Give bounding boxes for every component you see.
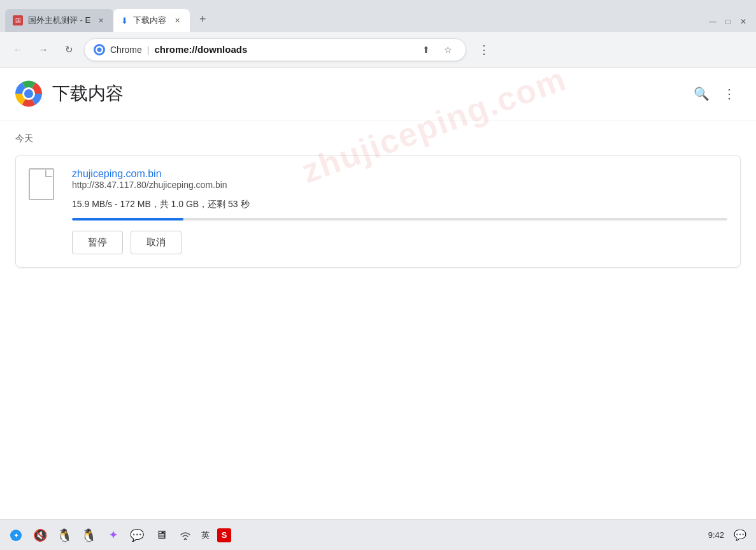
bookmark-button[interactable]: ☆ <box>439 41 457 59</box>
figma-icon[interactable]: ✦ <box>104 527 121 544</box>
download-item: zhujiceping.com.bin http://38.47.117.80/… <box>15 155 741 268</box>
downloads-content: 今天 zhujiceping.com.bin http://38.47.117.… <box>0 120 756 280</box>
page-header: 下载内容 🔍 ⋮ <box>0 68 756 120</box>
forward-button[interactable]: → <box>33 40 53 60</box>
section-today-label: 今天 <box>15 133 741 145</box>
bluetooth-icon[interactable]: ✦ <box>8 527 24 544</box>
new-tab-button[interactable]: + <box>192 9 213 29</box>
main-content: 下载内容 🔍 ⋮ zhujiceping.com 今天 zhujiceping.… <box>0 68 756 519</box>
site-favicon: 国 <box>13 15 23 25</box>
monitor-icon[interactable]: 🖥 <box>153 527 169 544</box>
address-separator: | <box>147 45 150 55</box>
close-window-button[interactable]: ✕ <box>738 17 748 27</box>
svg-point-2 <box>97 47 102 52</box>
browser-more-button[interactable]: ⋮ <box>474 40 494 60</box>
file-icon-fold <box>45 170 53 177</box>
more-options-button[interactable]: ⋮ <box>718 82 741 105</box>
url-display: chrome://downloads <box>154 44 247 55</box>
back-button[interactable]: ← <box>8 40 28 60</box>
download-url: http://38.47.117.80/zhujiceping.com.bin <box>72 180 727 190</box>
tab-inactive-close[interactable]: ✕ <box>96 15 106 25</box>
wifi-icon[interactable] <box>177 527 194 544</box>
tab-inactive[interactable]: 国 国外主机测评 - E ✕ <box>5 9 113 32</box>
chrome-logo <box>15 80 42 107</box>
address-actions: ⬆ ☆ <box>417 41 457 59</box>
wechat-icon[interactable]: 💬 <box>129 527 145 544</box>
window-controls: — □ ✕ <box>708 17 748 32</box>
download-filename[interactable]: zhujiceping.com.bin <box>72 168 162 179</box>
tab-inactive-label: 国外主机测评 - E <box>28 15 90 26</box>
svg-text:✦: ✦ <box>13 532 19 539</box>
url-suffix: downloads <box>197 44 247 55</box>
qq-icon[interactable]: 🐧 <box>56 527 73 544</box>
taskbar: ✦ 🔇 🐧 🐧 ✦ 💬 🖥 英 S 9:42 💬 <box>0 519 756 550</box>
tab-download-favicon: ⬇ <box>121 16 128 25</box>
maximize-button[interactable]: □ <box>723 17 733 27</box>
download-info: zhujiceping.com.bin http://38.47.117.80/… <box>72 168 727 254</box>
minimize-button[interactable]: — <box>708 17 718 27</box>
title-bar: 国 国外主机测评 - E ✕ ⬇ 下载内容 ✕ + — □ ✕ <box>0 0 756 32</box>
url-prefix: chrome:// <box>154 44 197 55</box>
system-clock: 9:42 <box>708 530 724 540</box>
sogou-icon[interactable]: S <box>217 528 231 542</box>
download-speed: 15.9 MB/s - 172 MB，共 1.0 GB，还剩 53 秒 <box>72 199 727 210</box>
reload-button[interactable]: ↻ <box>59 40 79 60</box>
file-icon <box>29 168 59 204</box>
address-bar[interactable]: Chrome | chrome://downloads ⬆ ☆ <box>84 38 466 61</box>
download-actions: 暂停 取消 <box>72 231 727 254</box>
mute-icon[interactable]: 🔇 <box>32 527 48 544</box>
progress-bar <box>72 218 183 221</box>
file-icon-body <box>29 168 54 200</box>
browser-label: Chrome <box>110 45 142 55</box>
svg-point-7 <box>185 537 186 539</box>
page-title: 下载内容 <box>52 82 680 106</box>
share-button[interactable]: ⬆ <box>417 41 435 59</box>
tab-active[interactable]: ⬇ 下载内容 ✕ <box>113 9 190 32</box>
address-bar-area: ← → ↻ Chrome | chrome://downloads ⬆ ☆ ⋮ <box>0 32 756 68</box>
chrome-logo-small <box>94 44 105 55</box>
tim-icon[interactable]: 🐧 <box>80 527 97 544</box>
search-button[interactable]: 🔍 <box>690 82 713 105</box>
header-actions: 🔍 ⋮ <box>690 82 741 105</box>
language-indicator[interactable]: 英 <box>201 530 210 541</box>
svg-point-4 <box>24 89 33 98</box>
notification-icon[interactable]: 💬 <box>732 527 748 544</box>
tab-active-close[interactable]: ✕ <box>172 15 182 25</box>
pause-button[interactable]: 暂停 <box>72 231 123 254</box>
progress-container <box>72 218 727 221</box>
tab-strip: 国 国外主机测评 - E ✕ ⬇ 下载内容 ✕ + <box>5 9 708 32</box>
tab-active-label: 下载内容 <box>133 15 166 26</box>
cancel-button[interactable]: 取消 <box>131 231 182 254</box>
